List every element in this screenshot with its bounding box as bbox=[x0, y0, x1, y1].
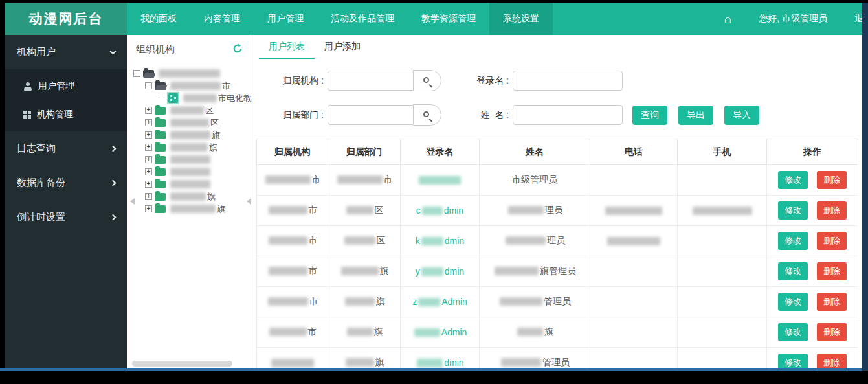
tree-node[interactable]: 市电化教 bbox=[133, 92, 252, 104]
table-cell bbox=[678, 196, 767, 226]
sidebar-group[interactable]: 数据库备份 bbox=[5, 166, 127, 200]
redacted-text bbox=[170, 143, 208, 152]
tab-item[interactable]: 用户添加 bbox=[315, 35, 370, 59]
dept-filter-input[interactable] bbox=[328, 105, 415, 125]
delete-button[interactable]: 删除 bbox=[817, 171, 847, 189]
expand-toggle[interactable]: + bbox=[145, 107, 152, 114]
edit-button[interactable]: 修改 bbox=[778, 232, 808, 250]
login-filter-input[interactable] bbox=[513, 71, 623, 91]
app-logo: 动漫网后台 bbox=[5, 3, 127, 35]
export-button[interactable]: 导出 bbox=[678, 106, 713, 125]
table-cell bbox=[678, 348, 767, 369]
body-row: 机构用户用户管理机构管理日志查询数据库备份倒计时设置 组织机构 −−市市电化教+… bbox=[5, 35, 862, 368]
nav-item[interactable]: 活动及作品管理 bbox=[317, 3, 408, 35]
expand-toggle[interactable]: + bbox=[145, 193, 152, 200]
table-cell: ydmin bbox=[401, 256, 480, 287]
search-icon bbox=[423, 111, 429, 117]
expand-toggle[interactable]: + bbox=[145, 168, 152, 175]
cell-text: 管理员 bbox=[500, 357, 570, 367]
nav-item[interactable]: 我的面板 bbox=[127, 3, 190, 35]
dept-search-button[interactable] bbox=[413, 104, 441, 126]
name-filter-input[interactable] bbox=[513, 105, 623, 125]
delete-button[interactable]: 删除 bbox=[817, 262, 847, 280]
edit-button[interactable]: 修改 bbox=[778, 323, 808, 341]
sidebar-group[interactable]: 倒计时设置 bbox=[5, 200, 127, 234]
tree-node[interactable]: +旗 bbox=[133, 203, 252, 215]
sidebar-item[interactable]: 用户管理 bbox=[5, 72, 127, 100]
nav-item[interactable]: 教学资源管理 bbox=[408, 3, 489, 35]
browser-frame: 动漫网后台 我的面板内容管理用户管理活动及作品管理教学资源管理系统设置 ⌂ 您好… bbox=[0, 0, 868, 384]
collapse-left-icon[interactable] bbox=[127, 198, 135, 205]
folder-icon bbox=[155, 119, 166, 127]
redacted-text bbox=[347, 328, 373, 336]
query-button[interactable]: 查询 bbox=[632, 106, 667, 125]
edit-button[interactable]: 修改 bbox=[778, 262, 808, 280]
redacted-text bbox=[346, 358, 374, 367]
table-cell: 区 bbox=[328, 196, 401, 226]
table-cell: 市 bbox=[328, 165, 401, 196]
tree-node[interactable]: +区 bbox=[133, 117, 252, 129]
import-button[interactable]: 导入 bbox=[724, 106, 759, 125]
expand-toggle[interactable]: + bbox=[145, 119, 152, 126]
collapse-right-icon[interactable] bbox=[243, 198, 251, 205]
expand-toggle[interactable]: + bbox=[145, 156, 152, 163]
edit-button[interactable]: 修改 bbox=[778, 293, 808, 311]
home-icon[interactable]: ⌂ bbox=[724, 13, 731, 25]
sidebar-item-label: 用户管理 bbox=[38, 80, 74, 92]
expand-toggle[interactable]: + bbox=[145, 181, 152, 188]
delete-button[interactable]: 删除 bbox=[817, 232, 847, 250]
sidebar-item[interactable]: 机构管理 bbox=[5, 100, 127, 129]
edit-button[interactable]: 修改 bbox=[778, 201, 808, 220]
delete-button[interactable]: 删除 bbox=[817, 293, 847, 311]
nav-item[interactable]: 用户管理 bbox=[254, 3, 317, 35]
tree-node-label: 区 bbox=[210, 117, 219, 129]
table-row: 市旗zAdmin管理员修改删除 bbox=[257, 287, 858, 317]
nav-item[interactable]: 内容管理 bbox=[190, 3, 254, 35]
tree-node[interactable]: +区 bbox=[133, 104, 252, 117]
table-header-cell: 操作 bbox=[767, 139, 858, 165]
chevron-right-icon bbox=[110, 146, 117, 152]
filter-buttons: 查询导出导入 bbox=[632, 106, 759, 125]
org-search-button[interactable] bbox=[413, 70, 441, 91]
table-cell bbox=[590, 287, 678, 317]
user-greeting: 您好, 市级管理员 bbox=[759, 13, 827, 25]
refresh-icon[interactable] bbox=[232, 43, 243, 56]
org-tree-panel: 组织机构 −−市市电化教+区+区+旗+旗++++旗+旗 bbox=[127, 35, 252, 368]
nav-item[interactable]: 系统设置 bbox=[489, 3, 553, 35]
sidebar-group[interactable]: 日志查询 bbox=[5, 131, 127, 166]
delete-button[interactable]: 删除 bbox=[817, 354, 847, 368]
collapse-toggle[interactable]: − bbox=[145, 82, 152, 89]
tree-node[interactable]: + bbox=[133, 153, 252, 166]
table-cell: 市 bbox=[257, 287, 328, 317]
redacted-text bbox=[501, 358, 541, 367]
cell-text: 区 bbox=[343, 235, 386, 245]
tree-node[interactable]: +旗 bbox=[133, 190, 252, 203]
table-cell bbox=[257, 348, 328, 369]
actions-cell: 修改删除 bbox=[767, 256, 858, 287]
logout-link[interactable]: 退出 bbox=[854, 13, 862, 25]
delete-button[interactable]: 删除 bbox=[817, 323, 847, 341]
delete-button[interactable]: 删除 bbox=[817, 201, 847, 220]
folder-icon bbox=[155, 181, 166, 188]
tree-node[interactable]: − bbox=[133, 67, 252, 80]
redacted-text bbox=[170, 106, 204, 115]
tree-node[interactable]: +旗 bbox=[133, 129, 252, 141]
collapse-toggle[interactable]: − bbox=[133, 70, 140, 77]
org-filter-input[interactable] bbox=[328, 71, 415, 91]
expand-toggle[interactable]: + bbox=[145, 131, 152, 139]
tree-node[interactable]: −市 bbox=[133, 80, 252, 92]
tree-node[interactable]: + bbox=[133, 178, 252, 190]
selected-highlight bbox=[167, 92, 179, 104]
edit-button[interactable]: 修改 bbox=[778, 171, 808, 189]
horizontal-scrollbar[interactable] bbox=[132, 361, 232, 367]
edit-button[interactable]: 修改 bbox=[778, 354, 808, 368]
sidebar-group[interactable]: 机构用户 bbox=[5, 35, 127, 69]
tree-node[interactable]: +旗 bbox=[133, 141, 252, 153]
expand-toggle[interactable]: + bbox=[145, 144, 152, 151]
tree-node[interactable]: + bbox=[133, 166, 252, 178]
table-row: 市市市级管理员修改删除 bbox=[257, 165, 858, 196]
tab-active[interactable]: 用户列表 bbox=[259, 35, 315, 59]
app-window: 动漫网后台 我的面板内容管理用户管理活动及作品管理教学资源管理系统设置 ⌂ 您好… bbox=[5, 3, 862, 368]
table-cell bbox=[678, 165, 767, 196]
expand-toggle[interactable]: + bbox=[145, 205, 152, 212]
